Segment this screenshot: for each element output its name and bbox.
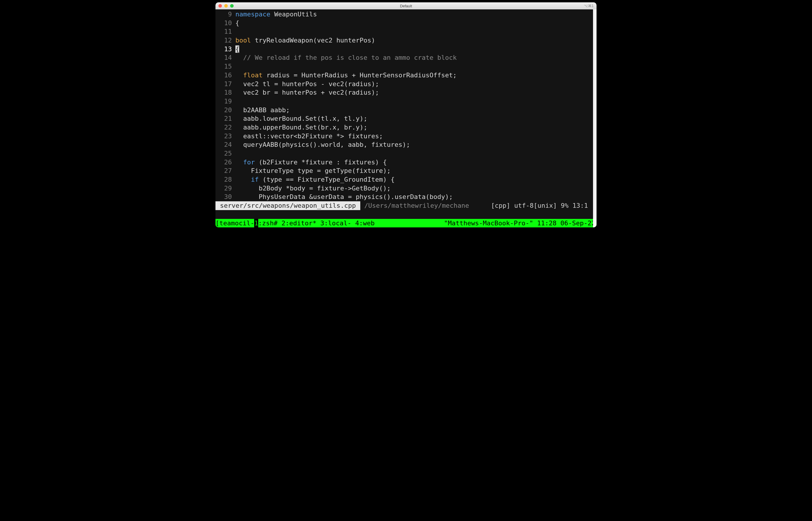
line-number: 30 xyxy=(216,192,235,201)
code-content[interactable]: PhysUserData &userData = physics().userD… xyxy=(235,192,596,201)
token-ident: aabb.lowerBound.Set(tl.x, tl.y); xyxy=(235,115,367,122)
token-cursor: { xyxy=(235,45,239,53)
token-ident: queryAABB(physics().world, aabb, fixture… xyxy=(235,141,410,148)
line-number: 17 xyxy=(216,80,235,89)
line-number: 16 xyxy=(216,71,235,80)
code-line[interactable]: 26 for (b2Fixture *fixture : fixtures) { xyxy=(216,158,596,167)
token-ident: vec2 tl = hunterPos - vec2(radius); xyxy=(235,80,379,88)
token-ident: WeaponUtils xyxy=(270,10,317,18)
code-line[interactable]: 17 vec2 tl = hunterPos - vec2(radius); xyxy=(216,80,596,89)
code-line[interactable]: 30 PhysUserData &userData = physics().us… xyxy=(216,192,596,201)
window-traffic-lights xyxy=(218,4,234,8)
status-file: server/src/weapons/weapon_utils.cpp xyxy=(216,201,360,210)
status-path: /Users/matthewriley/mechane xyxy=(360,201,469,210)
code-content[interactable] xyxy=(235,62,596,71)
token-ident: (type == FixtureType_GroundItem) { xyxy=(259,176,395,183)
line-number: 13 xyxy=(216,45,235,54)
code-content[interactable]: vec2 tl = hunterPos - vec2(radius); xyxy=(235,80,596,89)
code-content[interactable]: queryAABB(physics().world, aabb, fixture… xyxy=(235,140,596,149)
code-line[interactable]: 20 b2AABB aabb; xyxy=(216,106,596,115)
code-line[interactable]: 11 xyxy=(216,27,596,36)
vim-statusline: server/src/weapons/weapon_utils.cpp /Use… xyxy=(216,201,596,210)
token-ident xyxy=(235,176,251,183)
token-type: float xyxy=(243,71,263,79)
line-number: 15 xyxy=(216,62,235,71)
code-content[interactable]: if (type == FixtureType_GroundItem) { xyxy=(235,175,596,184)
token-ident: eastl::vector<b2Fixture *> fixtures; xyxy=(235,132,383,140)
code-content[interactable]: { xyxy=(235,19,596,27)
token-ident: vec2 br = hunterPos + vec2(radius); xyxy=(235,89,379,96)
line-number: 20 xyxy=(216,106,235,115)
token-keyword: if xyxy=(251,176,259,183)
token-ident: (b2Fixture *fixture : fixtures) { xyxy=(255,159,387,166)
code-line[interactable]: 10{ xyxy=(216,19,596,27)
terminal-viewport[interactable]: 9namespace WeaponUtils10{1112bool tryRel… xyxy=(216,9,596,227)
code-content[interactable]: aabb.upperBound.Set(br.x, br.y); xyxy=(235,123,596,132)
line-number: 24 xyxy=(216,140,235,149)
code-content[interactable]: vec2 br = hunterPos + vec2(radius); xyxy=(235,88,596,97)
minimize-icon[interactable] xyxy=(224,4,228,8)
line-number: 14 xyxy=(216,53,235,62)
token-keyword: namespace xyxy=(235,10,270,18)
terminal-window: Default ⌥⌘1 9namespace WeaponUtils10{111… xyxy=(216,2,596,227)
code-line[interactable]: 25 xyxy=(216,149,596,158)
line-number: 25 xyxy=(216,149,235,158)
tmux-windows[interactable]: 2:editor* 3:local- 4:web xyxy=(278,219,375,228)
zoom-icon[interactable] xyxy=(230,4,234,8)
tmux-statusline: [teamocil-1:zsh# 2:editor* 3:local- 4:we… xyxy=(216,219,596,228)
tmux-right: "Matthews-MacBook-Pro-" 11:28 06-Sep-22 xyxy=(444,219,596,228)
token-ident: b2Body *body = fixture->GetBody(); xyxy=(235,185,391,192)
token-ident xyxy=(235,159,243,166)
code-content[interactable]: { xyxy=(235,45,596,54)
code-line[interactable]: 14 // We reload if the pos is close to a… xyxy=(216,53,596,62)
token-type: bool xyxy=(235,37,251,44)
code-content[interactable]: b2AABB aabb; xyxy=(235,106,596,115)
code-area[interactable]: 9namespace WeaponUtils10{1112bool tryRel… xyxy=(216,10,596,201)
code-content[interactable]: b2Body *body = fixture->GetBody(); xyxy=(235,184,596,193)
window-shortcut-hint: ⌥⌘1 xyxy=(584,4,594,8)
line-number: 29 xyxy=(216,184,235,193)
code-line[interactable]: 12bool tryReloadWeapon(vec2 hunterPos) xyxy=(216,36,596,45)
code-content[interactable]: FixtureType type = getType(fixture); xyxy=(235,166,596,175)
code-content[interactable]: bool tryReloadWeapon(vec2 hunterPos) xyxy=(235,36,596,45)
code-line[interactable]: 22 aabb.upperBound.Set(br.x, br.y); xyxy=(216,123,596,132)
code-line[interactable]: 9namespace WeaponUtils xyxy=(216,10,596,19)
line-number: 23 xyxy=(216,132,235,141)
line-number: 18 xyxy=(216,88,235,97)
tmux-session-suffix: :zsh# xyxy=(258,219,278,228)
line-number: 9 xyxy=(216,10,235,19)
token-ident: aabb.upperBound.Set(br.x, br.y); xyxy=(235,124,367,131)
code-line[interactable]: 24 queryAABB(physics().world, aabb, fixt… xyxy=(216,140,596,149)
scrollbar[interactable] xyxy=(593,9,596,227)
code-content[interactable]: float radius = HunterRadius + HunterSens… xyxy=(235,71,596,80)
code-line[interactable]: 15 xyxy=(216,62,596,71)
line-number: 10 xyxy=(216,19,235,27)
code-line[interactable]: 19 xyxy=(216,97,596,106)
token-ident: radius = HunterRadius + HunterSensorRadi… xyxy=(263,71,457,79)
code-content[interactable] xyxy=(235,27,596,36)
line-number: 21 xyxy=(216,114,235,123)
code-line[interactable]: 13{ xyxy=(216,45,596,54)
code-content[interactable]: // We reload if the pos is close to an a… xyxy=(235,53,596,62)
token-ident: b2AABB aabb; xyxy=(235,106,290,114)
code-line[interactable]: 28 if (type == FixtureType_GroundItem) { xyxy=(216,175,596,184)
token-ident: PhysUserData &userData = physics().userD… xyxy=(235,193,453,200)
tmux-session-name: [teamocil- xyxy=(216,219,254,228)
code-content[interactable] xyxy=(235,149,596,158)
code-line[interactable]: 18 vec2 br = hunterPos + vec2(radius); xyxy=(216,88,596,97)
close-icon[interactable] xyxy=(218,4,222,8)
code-line[interactable]: 27 FixtureType type = getType(fixture); xyxy=(216,166,596,175)
tmux-active-indicator: 1 xyxy=(254,219,258,228)
window-title: Default xyxy=(216,4,596,8)
code-line[interactable]: 21 aabb.lowerBound.Set(tl.x, tl.y); xyxy=(216,114,596,123)
code-content[interactable] xyxy=(235,97,596,106)
token-ident xyxy=(235,71,243,79)
code-content[interactable]: for (b2Fixture *fixture : fixtures) { xyxy=(235,158,596,167)
code-line[interactable]: 23 eastl::vector<b2Fixture *> fixtures; xyxy=(216,132,596,141)
code-line[interactable]: 16 float radius = HunterRadius + HunterS… xyxy=(216,71,596,80)
code-content[interactable]: aabb.lowerBound.Set(tl.x, tl.y); xyxy=(235,114,596,123)
token-ident: tryReloadWeapon(vec2 hunterPos) xyxy=(251,37,375,44)
code-content[interactable]: namespace WeaponUtils xyxy=(235,10,596,19)
code-line[interactable]: 29 b2Body *body = fixture->GetBody(); xyxy=(216,184,596,193)
code-content[interactable]: eastl::vector<b2Fixture *> fixtures; xyxy=(235,132,596,141)
